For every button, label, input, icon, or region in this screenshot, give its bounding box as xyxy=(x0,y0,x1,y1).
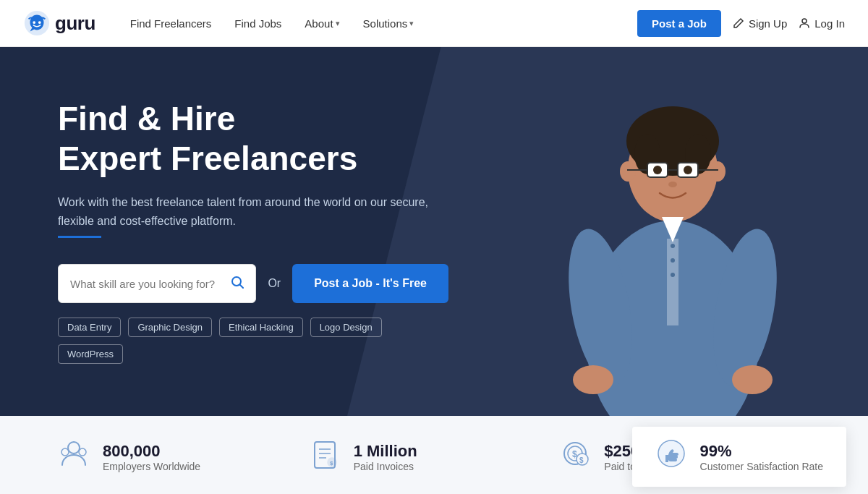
tag-graphic-design[interactable]: Graphic Design xyxy=(128,318,212,337)
svg-point-15 xyxy=(653,166,662,174)
svg-point-2 xyxy=(38,21,41,24)
nav-solutions[interactable]: Solutions ▾ xyxy=(363,17,414,30)
hero-person-image xyxy=(521,69,825,416)
stat-satisfaction-card: 99% Customer Satisfaction Rate xyxy=(632,427,846,487)
svg-point-28 xyxy=(732,365,773,394)
employer-icon xyxy=(58,438,90,476)
svg-point-19 xyxy=(668,182,677,187)
person-svg xyxy=(535,76,810,416)
header: guru Find Freelancers Find Jobs About ▾ … xyxy=(0,0,868,47)
svg-text:$: $ xyxy=(330,460,333,467)
stat-employers: 800,000 Employers Worldwide xyxy=(58,438,309,476)
stat-satisfaction-info: 99% Customer Satisfaction Rate xyxy=(700,442,823,472)
pencil-icon xyxy=(733,17,744,29)
stat-employers-label: Employers Worldwide xyxy=(103,461,200,472)
tag-data-entry[interactable]: Data Entry xyxy=(58,318,121,337)
svg-point-27 xyxy=(573,365,613,394)
stat-invoices-label: Paid Invoices xyxy=(354,461,417,472)
solutions-chevron-icon: ▾ xyxy=(409,19,414,28)
svg-point-3 xyxy=(802,19,807,23)
post-job-free-button[interactable]: Post a Job - It's Free xyxy=(292,264,448,303)
svg-text:$: $ xyxy=(579,456,584,464)
svg-point-10 xyxy=(620,161,636,182)
search-input[interactable] xyxy=(70,278,231,290)
search-icon xyxy=(231,276,244,292)
stat-invoices-info: 1 Million Paid Invoices xyxy=(354,442,417,472)
search-row: Or Post a Job - It's Free xyxy=(58,264,448,303)
nav-find-freelancers[interactable]: Find Freelancers xyxy=(130,17,212,30)
stat-invoices: $ 1 Million Paid Invoices xyxy=(309,438,560,476)
svg-point-22 xyxy=(671,244,675,248)
log-in-button[interactable]: Log In xyxy=(799,17,845,30)
svg-point-33 xyxy=(79,448,86,456)
about-chevron-icon: ▾ xyxy=(336,19,340,28)
tag-ethical-hacking[interactable]: Ethical Hacking xyxy=(219,318,303,337)
hero-title: Find & Hire Expert Freelancers xyxy=(58,99,448,179)
search-box[interactable] xyxy=(58,264,256,303)
svg-point-16 xyxy=(684,166,692,174)
hero-underline xyxy=(58,236,101,238)
main-nav: Find Freelancers Find Jobs About ▾ Solut… xyxy=(130,17,637,30)
header-post-job-button[interactable]: Post a Job xyxy=(637,10,721,37)
svg-point-31 xyxy=(68,442,80,453)
nav-find-jobs[interactable]: Find Jobs xyxy=(234,17,281,30)
stats-bar: 800,000 Employers Worldwide $ 1 Million … xyxy=(0,416,868,494)
hero-section: Find & Hire Expert Freelancers Work with… xyxy=(0,47,868,416)
nav-about[interactable]: About ▾ xyxy=(305,17,339,30)
hero-subtitle: Work with the best freelance talent from… xyxy=(58,193,434,230)
svg-point-11 xyxy=(710,161,726,182)
svg-line-30 xyxy=(240,285,243,288)
stat-satisfaction-label: Customer Satisfaction Rate xyxy=(700,461,823,472)
logo[interactable]: guru xyxy=(23,9,95,37)
logo-text: guru xyxy=(55,12,95,35)
stat-employers-info: 800,000 Employers Worldwide xyxy=(103,442,200,472)
tag-logo-design[interactable]: Logo Design xyxy=(310,318,382,337)
header-actions: Post a Job Sign Up Log In xyxy=(637,10,845,37)
stat-invoices-number: 1 Million xyxy=(354,442,417,461)
hero-content: Find & Hire Expert Freelancers Work with… xyxy=(0,56,506,408)
or-text: Or xyxy=(268,277,281,290)
guru-logo-icon xyxy=(23,9,51,37)
tags-row: Data Entry Graphic Design Ethical Hackin… xyxy=(58,318,448,364)
svg-point-23 xyxy=(671,258,675,263)
svg-point-24 xyxy=(671,273,675,277)
invoice-icon: $ xyxy=(309,438,341,476)
money-icon: $ $ xyxy=(559,438,591,476)
svg-point-32 xyxy=(61,448,69,456)
sign-up-button[interactable]: Sign Up xyxy=(733,17,787,30)
svg-rect-21 xyxy=(667,239,678,325)
stat-satisfaction-number: 99% xyxy=(700,442,823,461)
tag-wordpress[interactable]: WordPress xyxy=(58,344,123,364)
stat-employers-number: 800,000 xyxy=(103,442,200,461)
thumb-icon xyxy=(655,438,687,476)
svg-point-1 xyxy=(33,21,35,24)
svg-point-29 xyxy=(232,277,241,286)
person-icon xyxy=(799,17,810,29)
